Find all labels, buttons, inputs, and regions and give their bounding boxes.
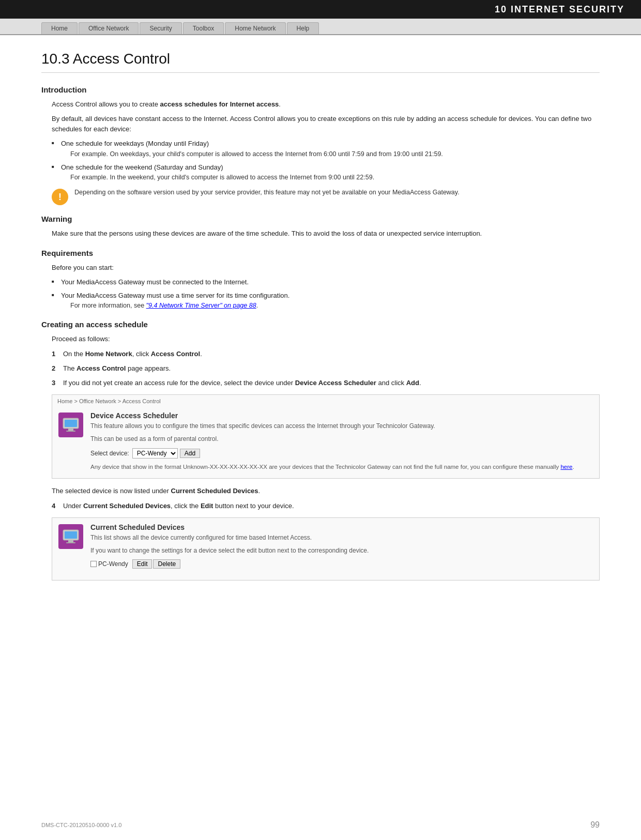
panel2-device-row: PC-Wendy Edit Delete xyxy=(90,559,593,569)
steps-list: 1 On the Home Network, click Access Cont… xyxy=(52,349,600,388)
intro-para1: Access Control allows you to create acce… xyxy=(52,99,600,110)
panel2-device-label: PC-Wendy xyxy=(98,560,128,568)
step-4-num: 4 xyxy=(52,501,55,511)
tab-security[interactable]: Security xyxy=(140,22,181,34)
nav-tabs-area: Home Office Network Security Toolbox Hom… xyxy=(0,19,641,35)
section-requirements-body: Before you can start: Your MediaAccess G… xyxy=(41,263,600,311)
tab-home[interactable]: Home xyxy=(41,22,78,34)
req-bullet-1: Your MediaAccess Gateway must be connect… xyxy=(52,277,600,287)
section-introduction-heading: Introduction xyxy=(41,85,600,94)
svg-rect-6 xyxy=(68,540,73,542)
section-creating-body: Proceed as follows: 1 On the Home Networ… xyxy=(41,334,600,581)
intro-warning-text: Depending on the software version used b… xyxy=(74,188,460,197)
panel1-desc1: This feature allows you to configure the… xyxy=(90,422,593,431)
bullet-weekdays: One schedule for weekdays (Monday until … xyxy=(52,139,600,159)
step-2-num: 2 xyxy=(52,363,55,374)
panel2-content: Current Scheduled Devices This list show… xyxy=(90,523,593,573)
step4-bold: Current Scheduled Devices xyxy=(171,487,258,495)
footer-page-num: 99 xyxy=(590,820,600,830)
step-3-bold1: Device Access Scheduler xyxy=(295,379,376,387)
panel1-device-select[interactable]: PC-Wendy xyxy=(132,448,178,459)
footer-doc-id: DMS-CTC-20120510-0000 v1.0 xyxy=(41,822,121,828)
intro-para1-pre: Access Control allows you to create xyxy=(52,100,160,108)
svg-rect-3 xyxy=(66,431,75,432)
intro-para2: By default, all devices have constant ac… xyxy=(52,114,600,134)
device-access-scheduler-panel: Device Access Scheduler This feature all… xyxy=(52,406,599,478)
svg-rect-7 xyxy=(66,542,75,543)
panel1-title: Device Access Scheduler xyxy=(90,411,593,420)
step-3-num: 3 xyxy=(52,378,55,388)
svg-rect-1 xyxy=(65,420,77,427)
step-2-bold: Access Control xyxy=(77,364,126,372)
top-header: 10 INTERNET SECURITY xyxy=(0,0,641,19)
tab-home-network[interactable]: Home Network xyxy=(225,22,285,34)
section-warning-body: Make sure that the persons using these d… xyxy=(41,228,600,239)
panel1-icon xyxy=(58,413,83,437)
section-introduction-body: Access Control allows you to create acce… xyxy=(41,99,600,205)
panel1-content: Device Access Scheduler This feature all… xyxy=(90,411,593,471)
section-requirements-heading: Requirements xyxy=(41,249,600,257)
bullet-weekend-sub: For example. In the weekend, your child'… xyxy=(61,173,600,182)
title-divider xyxy=(41,72,600,73)
step-3-bold2: Add xyxy=(406,379,419,387)
bullet-weekdays-main: One schedule for weekdays (Monday until … xyxy=(61,140,209,147)
section-creating-heading: Creating an access schedule xyxy=(41,320,600,329)
step-3: 3 If you did not yet create an access ru… xyxy=(52,378,600,388)
warning-icon: ! xyxy=(52,189,68,205)
panel1-note: Any device that show in the format Unkno… xyxy=(90,463,593,471)
page-footer: DMS-CTC-20120510-0000 v1.0 99 xyxy=(41,820,600,830)
panel1-field-label: Select device: xyxy=(90,450,129,457)
section-warning-heading: Warning xyxy=(41,215,600,223)
panel2-desc1: This list shows all the device currently… xyxy=(90,533,593,542)
requirements-pre: Before you can start: xyxy=(52,263,600,273)
panel2-edit-button[interactable]: Edit xyxy=(132,559,152,569)
intro-para1-bold: access schedules for Internet access xyxy=(160,100,279,108)
warning-text: Make sure that the persons using these d… xyxy=(52,228,600,239)
svg-rect-5 xyxy=(65,531,77,539)
req-bullet-2-text: Your MediaAccess Gateway must use a time… xyxy=(61,292,289,299)
tab-office-network[interactable]: Office Network xyxy=(79,22,139,34)
current-scheduled-devices-box: Current Scheduled Devices This list show… xyxy=(52,517,600,581)
creating-pre: Proceed as follows: xyxy=(52,334,600,344)
panel1-desc2: This can be used as a form of parental c… xyxy=(90,435,593,444)
monitor-svg-icon xyxy=(62,417,80,433)
step-1-bold1: Home Network xyxy=(85,350,132,358)
step-4: 4 Under Current Scheduled Devices, click… xyxy=(52,501,600,511)
step-1-bold2: Access Control xyxy=(151,350,200,358)
panel1-note-link[interactable]: here xyxy=(560,464,572,470)
warning-icon-symbol: ! xyxy=(58,192,62,202)
panel2-delete-button[interactable]: Delete xyxy=(153,559,180,569)
panel2-desc2: If you want to change the settings for a… xyxy=(90,546,593,555)
tab-help[interactable]: Help xyxy=(287,22,319,34)
panel1-note-post: . xyxy=(572,464,574,470)
req-bullet-2: Your MediaAccess Gateway must use a time… xyxy=(52,291,600,311)
intro-para1-post: . xyxy=(279,100,281,108)
panel2-title: Current Scheduled Devices xyxy=(90,523,593,531)
main-content: 10.3 Access Control Introduction Access … xyxy=(0,35,641,621)
panel2-checkbox[interactable] xyxy=(90,561,97,567)
req-link-pre: For more information, see xyxy=(70,302,146,309)
breadcrumb: Home > Office Network > Access Control xyxy=(52,395,599,406)
bullet-weekdays-sub: For example. On weekdays, your child's c… xyxy=(61,149,600,159)
bullet-weekend: One schedule for the weekend (Saturday a… xyxy=(52,162,600,183)
info-warning-box: ! Depending on the software version used… xyxy=(52,188,600,205)
step-4-bold2: Edit xyxy=(201,502,213,510)
header-title: 10 INTERNET SECURITY xyxy=(495,4,624,15)
intro-bullets: One schedule for weekdays (Monday until … xyxy=(52,139,600,182)
step-1: 1 On the Home Network, click Access Cont… xyxy=(52,349,600,359)
panel2-monitor-svg-icon xyxy=(62,529,80,544)
svg-rect-2 xyxy=(68,429,73,431)
panel1-note-text: Any device that show in the format Unkno… xyxy=(90,464,560,470)
panel2-icon xyxy=(58,524,83,549)
step-1-num: 1 xyxy=(52,349,55,359)
step4-text: The selected device is now listed under … xyxy=(52,486,600,496)
tab-toolbox[interactable]: Toolbox xyxy=(183,22,224,34)
panel1-select-field: Select device: PC-Wendy Add xyxy=(90,448,593,459)
steps-list-4: 4 Under Current Scheduled Devices, click… xyxy=(52,501,600,511)
step-4-bold1: Current Scheduled Devices xyxy=(83,502,171,510)
req-link[interactable]: "9.4 Network Time Server" on page 88 xyxy=(146,302,256,309)
bullet-weekend-main: One schedule for the weekend (Saturday a… xyxy=(61,163,223,171)
req-bullet-2-sub: For more information, see "9.4 Network T… xyxy=(61,301,600,311)
panel1-add-button[interactable]: Add xyxy=(180,449,200,458)
page-title: 10.3 Access Control xyxy=(41,51,600,67)
